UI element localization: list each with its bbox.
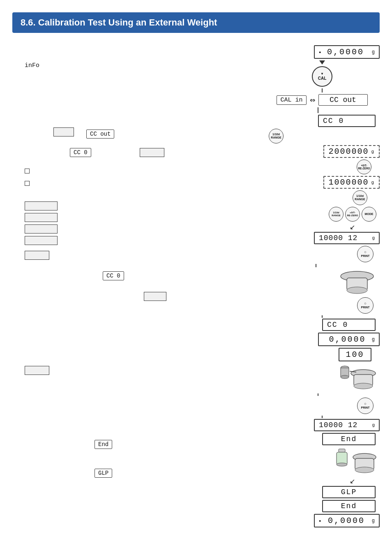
step-box-2 — [140, 148, 164, 157]
initial-display: ● 0,0000 g — [314, 45, 380, 59]
step-box-4 — [144, 292, 166, 301]
display-end-2: End — [322, 500, 376, 512]
scale-illustration-1 — [334, 269, 376, 296]
range-button-1[interactable]: 1/10dRANGE — [269, 129, 284, 143]
print-label-3: PRINT — [361, 406, 370, 409]
cc0-display-2: CC 0 — [322, 319, 376, 331]
svg-rect-10 — [339, 449, 345, 452]
unit-g-4: g — [372, 236, 375, 240]
scale-with-bottle — [332, 447, 378, 476]
display-end-1: End — [322, 433, 376, 445]
right-panel: ● 0,0000 g ▼ CAL CAL in — [265, 41, 380, 529]
print-button-1[interactable]: ○ PRINT — [357, 246, 374, 262]
svg-point-2 — [347, 287, 367, 294]
checkbox-2 — [25, 181, 30, 186]
cc0-label-1: CC 0 — [323, 117, 344, 125]
mode-button[interactable]: MODE — [362, 207, 376, 222]
section-header: 8.6. Calibration Test Using an External … — [12, 12, 380, 33]
end-value-2: End — [327, 502, 371, 510]
display-glp: GLP — [322, 486, 376, 498]
value-10000-12-2: 10000 12 — [319, 421, 357, 429]
step-boxes-group — [25, 201, 58, 245]
value-100: 100 — [344, 350, 367, 359]
cc0-left-label-2: CC 0 — [103, 271, 124, 280]
rezero-button-2[interactable]: +0/T-RE-ZERO — [345, 207, 360, 222]
range-button-3[interactable]: 1/10dRANGE — [329, 207, 344, 222]
cc0-display-1: CC 0 — [318, 115, 376, 127]
arrow-5 — [265, 264, 380, 267]
range-button-2[interactable]: 1/10dRANGE — [353, 190, 367, 205]
display-10000-12-1: 10000 12 g — [314, 232, 380, 244]
print-label-1: PRINT — [361, 254, 370, 258]
section-title: 8.6. Calibration Test Using an External … — [21, 17, 217, 28]
cal-button[interactable]: ▼ CAL — [312, 66, 332, 87]
unit-g-6: g — [372, 423, 375, 428]
print-circle-3: ○ — [361, 402, 370, 406]
step-box-3 — [25, 251, 49, 260]
arrow-6 — [265, 315, 380, 318]
print-circle-2: ○ — [361, 302, 370, 306]
range-label-1: 1/10dRANGE — [271, 133, 281, 139]
cal-arrow: ▼ — [318, 72, 327, 76]
cc0-label-2: CC 0 — [327, 321, 348, 329]
display-100: 100 — [339, 348, 371, 361]
value-00000-1: 0,0000 — [323, 335, 372, 344]
arrow-7 — [265, 393, 380, 396]
info-label: inFo — [25, 62, 39, 69]
cal-label: CAL — [318, 76, 327, 81]
cc0-left-label: CC 0 — [70, 148, 91, 157]
display-final-zero: ● 0,0000 g — [314, 514, 380, 527]
range-label-3: 1/10dRANGE — [332, 211, 341, 217]
value-final-zero: 0,0000 — [321, 516, 371, 525]
print-button-2[interactable]: ○ PRINT — [357, 297, 374, 314]
arrow-3 — [265, 107, 380, 113]
step-box-1 — [53, 127, 74, 136]
arrow-9: ↙ — [265, 477, 380, 485]
scale-with-weight — [332, 363, 378, 392]
cal-in-display: CAL in — [277, 95, 306, 105]
glp-value: GLP — [327, 488, 371, 496]
svg-point-12 — [337, 463, 347, 466]
arrow-bidir: ⇔ — [310, 96, 315, 104]
arrow-8 — [265, 416, 380, 418]
arrow-2 — [265, 88, 380, 92]
end-value-1: End — [327, 435, 371, 443]
value-10000-12-1: 10000 12 — [319, 234, 357, 242]
glp-left-label: GLP — [95, 469, 112, 478]
unit-g-final: g — [372, 518, 375, 524]
unit-g-3: g — [371, 180, 375, 185]
cc-out-display-top: CC out — [318, 94, 368, 106]
unit-g-1: g — [372, 49, 375, 55]
range-label-2: 1/10dRANGE — [355, 194, 365, 201]
initial-value: 0,0000 — [321, 47, 370, 57]
rezero-label-1: +0/T-RE-ZERO — [358, 164, 370, 170]
checkbox-1 — [25, 169, 30, 173]
rezero-button-1[interactable]: +0/T-RE-ZERO — [357, 160, 371, 174]
end-left-label: End — [95, 440, 112, 449]
display-10000-12-2: 10000 12 g — [314, 419, 380, 431]
arrow-4: ↙ — [265, 223, 380, 231]
arrow-1 — [265, 60, 380, 65]
range-display-1000000: 1000000 g — [323, 176, 380, 189]
print-button-3[interactable]: ○ PRINT — [357, 398, 374, 414]
unit-g-5: g — [372, 337, 375, 342]
cc-out-left-label: CC out — [86, 130, 114, 139]
main-content: ● 0,0000 g ▼ CAL CAL in — [12, 41, 380, 534]
print-circle-1: ○ — [361, 250, 370, 254]
rezero-label-2: +0/T-RE-ZERO — [347, 211, 358, 217]
svg-point-15 — [355, 467, 374, 473]
svg-point-5 — [341, 375, 349, 379]
range-display-2000000: 2000000 g — [323, 145, 380, 158]
mode-label: MODE — [365, 213, 374, 216]
display-00000-1: 0,0000 g — [318, 333, 380, 346]
svg-point-8 — [354, 383, 373, 389]
step-box-5 — [25, 366, 49, 375]
unit-g-2: g — [371, 149, 375, 154]
print-label-2: PRINT — [361, 306, 370, 309]
